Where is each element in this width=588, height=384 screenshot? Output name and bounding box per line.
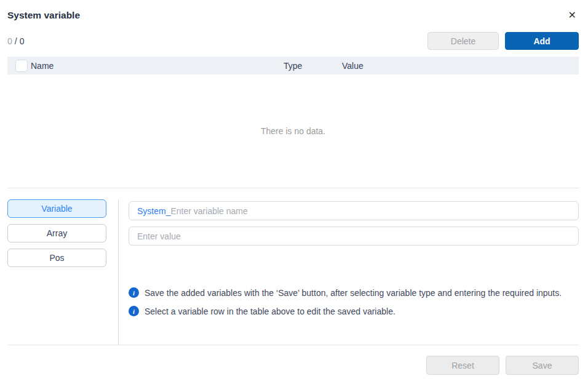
toolbar-buttons: Delete Add (427, 32, 579, 50)
close-icon: ✕ (568, 10, 576, 20)
counter-selected: 0 (7, 36, 12, 46)
editor-form: System_Enter variable name i Save the ad… (119, 199, 579, 345)
toolbar: 0 / 0 Delete Add (7, 32, 579, 50)
variable-name-placeholder: Enter variable name (170, 206, 247, 216)
dialog-header: System variable ✕ (7, 0, 579, 22)
counter-separator: / (15, 36, 17, 46)
tab-pos[interactable]: Pos (7, 249, 106, 267)
info-icon: i (129, 287, 139, 298)
column-header-type: Type (284, 61, 342, 71)
add-button[interactable]: Add (505, 32, 579, 50)
page-title: System variable (7, 10, 80, 21)
column-header-value: Value (342, 61, 579, 71)
counter-total: 0 (20, 36, 25, 46)
variable-editor: Variable Array Pos System_Enter variable… (7, 188, 579, 345)
tab-variable[interactable]: Variable (7, 199, 106, 218)
help-notes: i Save the added variables with the ‘Sav… (129, 286, 579, 318)
tab-array[interactable]: Array (7, 224, 106, 242)
delete-button[interactable]: Delete (427, 32, 499, 50)
note-save: i Save the added variables with the ‘Sav… (129, 286, 579, 300)
type-selector: Variable Array Pos (7, 199, 119, 345)
note-text: Select a variable row in the table above… (145, 305, 395, 318)
system-variable-dialog: System variable ✕ 0 / 0 Delete Add Name … (0, 0, 588, 384)
empty-state: There is no data. (7, 74, 579, 188)
column-header-name: Name (31, 61, 284, 71)
info-icon: i (129, 306, 139, 316)
note-edit: i Select a variable row in the table abo… (129, 305, 579, 318)
reset-button[interactable]: Reset (426, 356, 499, 375)
variable-name-input[interactable]: System_Enter variable name (129, 201, 579, 220)
table-header: Name Type Value (7, 57, 579, 74)
save-button[interactable]: Save (506, 356, 579, 375)
select-all-checkbox[interactable] (15, 60, 28, 72)
footer: Reset Save (7, 345, 579, 375)
variable-name-prefix: System_ (137, 206, 170, 216)
selection-counter: 0 / 0 (7, 36, 24, 46)
variable-value-input[interactable] (129, 226, 579, 246)
note-text: Save the added variables with the ‘Save’… (145, 286, 562, 300)
close-button[interactable]: ✕ (566, 9, 579, 22)
empty-state-text: There is no data. (261, 126, 325, 136)
